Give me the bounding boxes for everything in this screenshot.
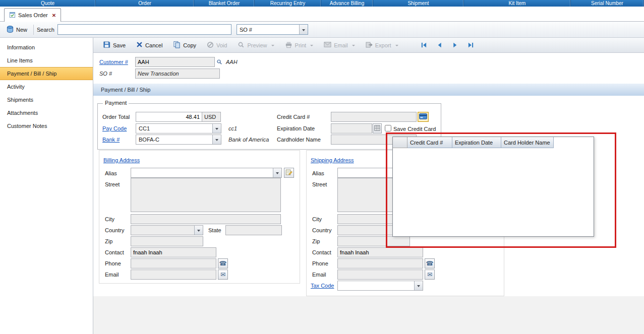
billing-state-field[interactable] <box>225 225 282 235</box>
shipping-email-field[interactable] <box>337 270 423 280</box>
sidebar-item-information[interactable]: Information <box>0 41 93 54</box>
order-total-field[interactable] <box>136 112 202 122</box>
billing-contact-field[interactable] <box>131 247 216 257</box>
ribbon-item-quote[interactable]: Quote <box>0 0 96 7</box>
shipping-phone-field[interactable] <box>337 258 423 269</box>
so-number-field[interactable]: New Transaction <box>135 69 220 79</box>
customer-number-field[interactable] <box>135 57 215 67</box>
sidebar-item-line-items[interactable]: Line Items <box>0 54 93 67</box>
email-button-label: Email <box>334 42 348 48</box>
ribbon-item-advance-billing[interactable]: Advance Billing <box>321 0 373 7</box>
chevron-down-icon[interactable] <box>414 281 423 290</box>
save-button[interactable]: Save <box>99 39 129 51</box>
email-icon <box>324 42 331 48</box>
preview-button[interactable]: Preview <box>234 40 277 51</box>
chevron-down-icon[interactable] <box>194 226 203 235</box>
shipping-phone-dial-button[interactable]: ☎ <box>425 258 435 269</box>
billing-street-field[interactable] <box>131 178 281 212</box>
ribbon-item-kit-item[interactable]: Kit Item <box>464 0 571 7</box>
billing-alias-edit-button[interactable] <box>284 168 294 178</box>
export-icon <box>366 41 373 49</box>
cardholder-name-label: Cardholder Name <box>277 136 321 143</box>
ribbon-item-order[interactable]: Order <box>96 0 194 7</box>
ribbon-item-blanket-order[interactable]: Blanket Order <box>194 0 255 7</box>
billing-city-label: City <box>105 216 114 223</box>
grid-column-credit-card[interactable]: Credit Card # <box>407 137 452 148</box>
search-input[interactable] <box>57 24 231 35</box>
nav-last-button[interactable] <box>467 42 474 48</box>
chevron-down-icon[interactable] <box>273 168 281 177</box>
nav-previous-button[interactable] <box>436 42 443 48</box>
expiration-date-label: Expiration Date <box>277 125 315 132</box>
credit-card-field[interactable] <box>331 112 417 122</box>
cancel-button[interactable]: Cancel <box>133 40 166 50</box>
copy-button-label: Copy <box>183 42 196 48</box>
bank-combo[interactable]: BOFA-C <box>136 135 221 145</box>
customer-number-link[interactable]: Customer # <box>99 58 128 65</box>
expiration-date-field[interactable] <box>331 123 372 133</box>
email-button[interactable]: Email <box>320 40 359 50</box>
billing-zip-field[interactable] <box>131 236 203 246</box>
sidebar: Information Line Items Payment / Bill / … <box>0 38 93 334</box>
ribbon-item-shipment[interactable]: Shipment <box>373 0 464 7</box>
print-icon <box>285 41 292 49</box>
sidebar-item-activity[interactable]: Activity <box>0 80 93 93</box>
so-number-label: SO # <box>99 70 112 77</box>
billing-address-link[interactable]: Billing Address <box>103 157 140 164</box>
save-credit-card-checkbox[interactable] <box>385 125 391 131</box>
nav-first-button[interactable] <box>421 42 427 48</box>
credit-card-swipe-button[interactable] <box>418 112 429 122</box>
billing-phone-dial-button[interactable]: ☎ <box>218 258 228 269</box>
billing-country-combo[interactable] <box>131 225 203 235</box>
copy-button[interactable]: Copy <box>169 39 200 51</box>
chevron-down-icon <box>352 45 355 48</box>
ribbon-item-serial-number[interactable]: Serial Number <box>571 0 644 7</box>
currency-field: USD <box>202 112 221 122</box>
shipping-email-label: Email <box>312 271 326 278</box>
billing-phone-field[interactable] <box>131 258 216 269</box>
sidebar-item-shipments[interactable]: Shipments <box>0 93 93 106</box>
shipping-zip-field[interactable] <box>337 236 410 246</box>
tax-code-link[interactable]: Tax Code <box>311 282 334 289</box>
bank-description: Bank of America <box>228 136 269 143</box>
expiration-picker-button[interactable] <box>373 123 382 133</box>
chevron-down-icon[interactable] <box>212 135 221 144</box>
save-button-label: Save <box>113 42 126 48</box>
sidebar-item-payment-bill-ship[interactable]: Payment / Bill / Ship <box>0 67 93 80</box>
void-button[interactable]: Void <box>203 40 230 51</box>
preview-icon <box>238 41 245 49</box>
billing-alias-combo[interactable] <box>131 168 282 178</box>
new-button[interactable]: New <box>3 24 30 35</box>
tab-sales-order[interactable]: Sales Order ✕ <box>4 8 61 22</box>
billing-address-panel: Billing Address Alias Street City Countr… <box>99 150 300 284</box>
search-field-selector[interactable]: SO # <box>237 24 308 35</box>
chevron-down-icon[interactable] <box>299 25 308 34</box>
chevron-down-icon[interactable] <box>212 124 221 133</box>
shipping-email-send-button[interactable]: ✉ <box>425 270 435 280</box>
billing-email-send-button[interactable]: ✉ <box>218 270 228 280</box>
ribbon-item-recurring-entry[interactable]: Recurring Entry <box>255 0 321 7</box>
bank-number-link[interactable]: Bank # <box>102 136 120 143</box>
grid-header-row: Credit Card # Expiration Date Card Holde… <box>393 137 594 148</box>
grid-column-card-holder-name[interactable]: Card Holder Name <box>501 137 554 148</box>
customer-lookup-icon[interactable] <box>216 59 222 66</box>
billing-email-field[interactable] <box>131 270 216 280</box>
saved-cards-popup-grid[interactable]: Credit Card # Expiration Date Card Holde… <box>392 137 594 237</box>
grid-column-expiration-date[interactable]: Expiration Date <box>452 137 501 148</box>
shipping-city-label: City <box>312 216 322 223</box>
shipping-zip-label: Zip <box>312 238 320 245</box>
billing-city-field[interactable] <box>131 214 281 224</box>
sidebar-item-customer-notes[interactable]: Customer Notes <box>0 119 93 132</box>
shipping-address-link[interactable]: Shipping Address <box>311 157 354 164</box>
export-button[interactable]: Export <box>362 40 402 51</box>
sidebar-item-attachments[interactable]: Attachments <box>0 106 93 119</box>
close-icon[interactable]: ✕ <box>52 13 56 18</box>
tax-code-combo[interactable] <box>337 281 423 291</box>
envelope-icon: ✉ <box>427 272 432 278</box>
pay-code-combo[interactable]: CC1 <box>136 123 221 133</box>
nav-next-button[interactable] <box>452 42 458 48</box>
print-button[interactable]: Print <box>281 40 317 51</box>
edit-address-icon <box>285 169 292 177</box>
shipping-contact-field[interactable] <box>337 247 423 257</box>
pay-code-link[interactable]: Pay Code <box>102 125 127 132</box>
